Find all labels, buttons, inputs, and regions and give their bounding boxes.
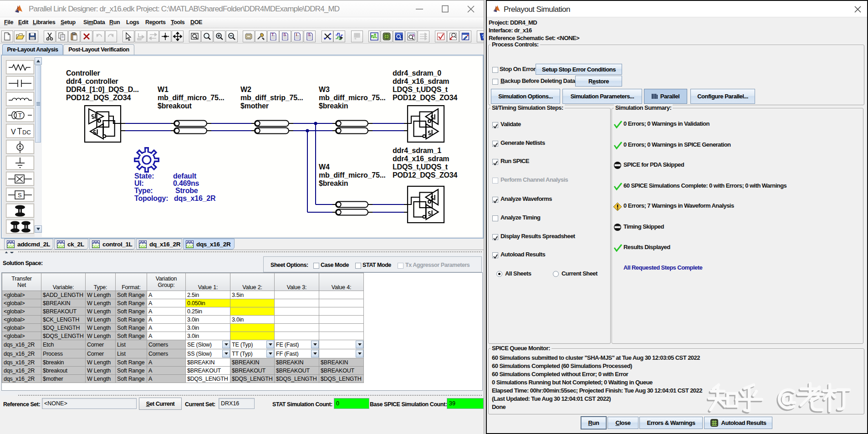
svg-text:Controller: Controller [66, 69, 100, 77]
svg-text:W3: W3 [319, 86, 330, 93]
svg-text:S: S [18, 192, 22, 199]
svg-text:ddr4_x16_sdram: ddr4_x16_sdram [393, 77, 449, 85]
svg-text:POD12_DQS_ZO34: POD12_DQS_ZO34 [393, 94, 457, 102]
svg-text:W4: W4 [319, 163, 330, 171]
svg-text:$breakout: $breakout [158, 102, 192, 110]
svg-text:DDR4_[1:0]_DQS_D...: DDR4_[1:0]_DQS_D... [66, 86, 139, 93]
svg-text:LDQS_t,UDQS_t: LDQS_t,UDQS_t [393, 163, 448, 171]
svg-text:$breakin: $breakin [319, 102, 348, 110]
svg-text:Strobe: Strobe [175, 187, 198, 194]
svg-text:dqs_x16_2R: dqs_x16_2R [174, 194, 216, 202]
svg-text:$mother: $mother [240, 102, 269, 110]
svg-text:ddr4_sdram_1: ddr4_sdram_1 [393, 147, 441, 154]
svg-text:mb_diff_strip_75...: mb_diff_strip_75... [240, 94, 303, 102]
svg-text:T: T [18, 112, 22, 119]
svg-text:W2: W2 [240, 86, 251, 93]
svg-text:I: I [296, 32, 297, 37]
svg-text:DC: DC [22, 129, 31, 136]
svg-text:S: S [308, 32, 311, 37]
svg-text:ddr4_sdram_0: ddr4_sdram_0 [393, 69, 441, 77]
svg-text:LDQS_t,UDQS_t: LDQS_t,UDQS_t [393, 86, 448, 93]
svg-text:ddr4_controller: ddr4_controller [66, 77, 118, 85]
svg-text:W1: W1 [158, 86, 168, 93]
svg-text:State:: State: [134, 172, 154, 180]
svg-text:UI:: UI: [134, 179, 144, 187]
svg-text:T: T [271, 32, 274, 37]
svg-text:V: V [11, 128, 16, 136]
svg-text:Type:: Type: [134, 187, 153, 194]
svg-text:default: default [173, 172, 197, 180]
svg-text:mb_diff_micro_75...: mb_diff_micro_75... [319, 171, 385, 179]
svg-text:Topology:: Topology: [134, 194, 168, 202]
svg-text:mb_diff_micro_75...: mb_diff_micro_75... [158, 94, 224, 102]
svg-text:POD12_DQS_ZO34: POD12_DQS_ZO34 [393, 171, 457, 179]
svg-text:$breakin: $breakin [319, 179, 348, 187]
svg-text:mb_diff_micro_75...: mb_diff_micro_75... [319, 94, 385, 102]
svg-text:S: S [412, 33, 415, 37]
svg-text:POD12_DQS_ZO34: POD12_DQS_ZO34 [66, 94, 131, 102]
svg-text:0.469ns: 0.469ns [173, 179, 199, 187]
svg-text:ddr4_x16_sdram: ddr4_x16_sdram [393, 155, 449, 163]
svg-text:S: S [283, 32, 286, 37]
